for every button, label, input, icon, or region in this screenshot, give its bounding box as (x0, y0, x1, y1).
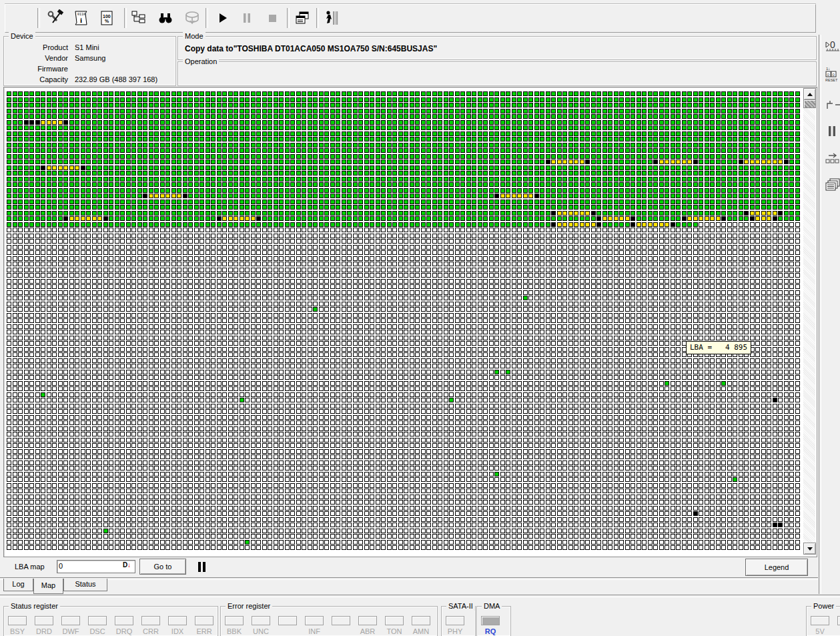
sata-leds: PHY (442, 616, 475, 636)
error-register-title: Error register (226, 601, 272, 611)
pause-icon (238, 9, 256, 27)
mode-groupbox: Mode Copy data to"TOSHIBA DT01ACA050 MS1… (177, 36, 817, 60)
down-arrow-icon (807, 547, 813, 551)
legend-button[interactable]: Legend (745, 559, 808, 576)
pause-side-button[interactable] (823, 121, 840, 141)
app-window: 0110 i 100 % (0, 0, 840, 636)
led-label: BBK (223, 627, 246, 635)
led-blank (276, 616, 299, 627)
led-rq: RQ (479, 616, 502, 635)
toolbar-separator (287, 8, 290, 28)
led-label: DRQ (113, 627, 135, 635)
led-label: INF (303, 627, 326, 635)
reset-counter-icon: 1↓ 0 0 RESET (825, 65, 840, 83)
stop-button[interactable] (262, 8, 282, 28)
led-box (305, 616, 324, 625)
field-value: Samsung (75, 54, 105, 62)
led-box (88, 616, 107, 625)
mode-text: Copy data to"TOSHIBA DT01ACA050 MS1OA750… (185, 44, 437, 53)
scroll-thumb[interactable] (803, 99, 816, 108)
led-box (115, 616, 133, 625)
percent-doc-icon: 100 % (98, 9, 115, 27)
device-field-product: ProductS1 Mini (4, 43, 175, 54)
start-button[interactable] (212, 8, 232, 28)
dma-title: DMA (482, 601, 502, 611)
led-box (446, 616, 464, 625)
field-value: S1 Mini (75, 43, 99, 51)
start-icon (214, 9, 231, 27)
pause-button[interactable] (237, 8, 257, 28)
led-box (225, 616, 244, 625)
trim-icon (825, 98, 840, 115)
device-tree-icon (130, 9, 147, 27)
led-blank (330, 616, 352, 627)
field-label: Product (4, 43, 68, 51)
exit-button[interactable] (321, 8, 341, 28)
power-title: Power (811, 601, 836, 611)
lba-input-wrap: D↓ (57, 560, 135, 573)
cascade-windows-icon (294, 9, 311, 27)
power-groupbox: Power 5V12V (806, 606, 840, 636)
led-box (35, 616, 53, 625)
field-label: Vendor (4, 54, 68, 62)
error-register-leds: BBKUNCINFABRTONAMN (221, 616, 437, 636)
led-drq: DRQ (113, 616, 135, 635)
up-arrow-icon (807, 93, 813, 96)
counter-icon: 0 (825, 38, 840, 55)
right-divider (819, 35, 821, 594)
led-box (811, 616, 829, 625)
status-register-title: Status register (9, 601, 60, 611)
led-box (278, 616, 297, 625)
tab-log[interactable]: Log (3, 579, 33, 591)
led-box (8, 616, 27, 625)
tools-button[interactable] (45, 8, 65, 28)
led-box (481, 616, 500, 625)
cascade-windows-button[interactable] (292, 8, 312, 28)
tab-map[interactable]: Map (33, 579, 63, 594)
windows-cascade-icon (825, 176, 840, 194)
led-label: RQ (479, 627, 502, 635)
tab-status[interactable]: Status (63, 579, 107, 591)
map-scrollbar[interactable] (803, 88, 815, 555)
led-label: BSY (6, 627, 29, 635)
led-ton: TON (383, 616, 406, 635)
led-box (358, 616, 377, 625)
led-box (837, 616, 840, 625)
led-drd: DRD (33, 616, 55, 635)
svg-text:100: 100 (103, 14, 111, 19)
device-tree-button[interactable] (129, 8, 149, 28)
led-abr: ABR (356, 616, 379, 635)
field-label: Firmware (4, 65, 68, 73)
scroll-down-button[interactable] (803, 543, 816, 555)
search-button[interactable] (155, 8, 175, 28)
led-label: ABR (356, 627, 379, 635)
trim-button[interactable] (823, 97, 840, 117)
svg-text:RESET: RESET (825, 78, 838, 82)
field-label: Capacity (4, 75, 68, 83)
led-amn: AMN (410, 616, 432, 635)
led-label: ERR (193, 627, 216, 635)
sata-title: SATA-II (446, 601, 475, 611)
toolbar-separator (205, 8, 208, 28)
red-down-arrow-icon: ↓ (127, 561, 131, 569)
percent-doc-button[interactable]: 100 % (97, 8, 117, 28)
windows-cascade-button[interactable] (823, 175, 840, 195)
goto-button[interactable]: Go to (139, 559, 186, 575)
lba-block-map[interactable] (7, 91, 801, 551)
queue-button[interactable] (823, 148, 840, 168)
led-label: IDX (166, 627, 189, 635)
scroll-up-button[interactable] (803, 88, 816, 100)
disk-write-button[interactable] (182, 8, 202, 28)
led-label: PHY (444, 627, 466, 635)
lba-input[interactable] (59, 561, 117, 571)
tools-icon (47, 9, 64, 27)
register-divider (0, 595, 840, 597)
counter-button[interactable]: 0 (823, 37, 840, 57)
lba-dropdown-button[interactable]: D↓ (119, 561, 134, 571)
reset-counter-button[interactable]: 1↓ 0 0 RESET (823, 64, 840, 84)
pause-side-icon (825, 123, 840, 140)
exit-icon (322, 9, 340, 27)
drive-passport-button[interactable]: 0110 i (71, 8, 91, 28)
led-box (195, 616, 214, 625)
led-dsc: DSC (86, 616, 109, 635)
